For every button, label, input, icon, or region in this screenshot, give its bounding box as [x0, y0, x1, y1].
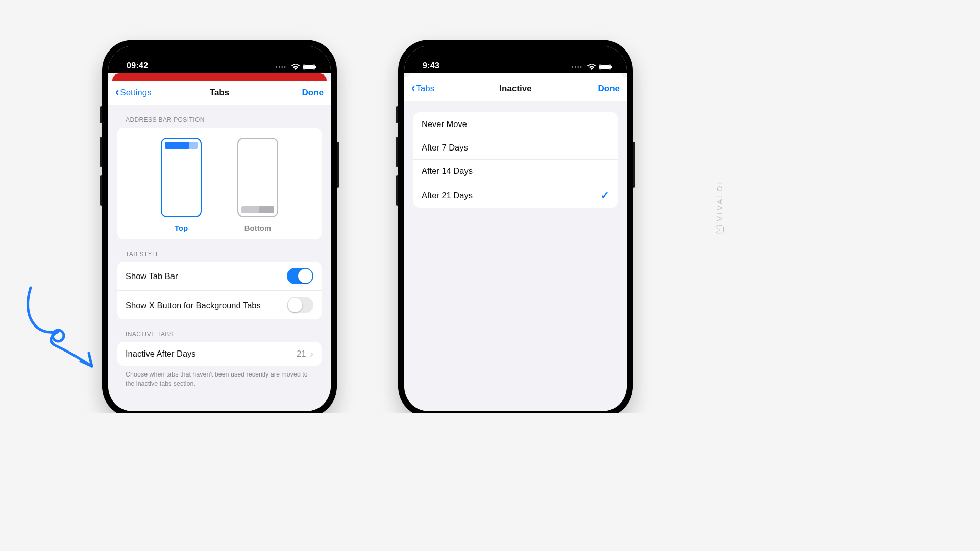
inactive-option-label: After 21 Days — [422, 191, 601, 201]
svg-rect-5 — [600, 65, 610, 69]
wifi-icon — [587, 64, 596, 70]
pointer-arrow-icon — [20, 286, 102, 372]
phone-tabs-settings: 09:42 •••• ‹ Settings Tabs Done ADDRESS … — [102, 40, 337, 413]
checkmark-icon: ✓ — [601, 189, 609, 202]
row-label: Show Tab Bar — [126, 271, 287, 281]
nav-bar: ‹ Tabs Inactive Done — [404, 77, 627, 101]
address-option-bottom[interactable]: Bottom — [237, 138, 278, 232]
cellular-icon: •••• — [572, 64, 583, 70]
inactive-option-label: After 7 Days — [422, 143, 609, 153]
section-header-tabstyle: TAB STYLE — [108, 239, 331, 262]
wifi-icon — [291, 64, 300, 70]
back-button[interactable]: ‹ Tabs — [411, 84, 434, 94]
inactive-option-label: After 14 Days — [422, 166, 609, 176]
row-show-x-button: Show X Button for Background Tabs — [117, 290, 322, 319]
inactive-options-list: Never MoveAfter 7 DaysAfter 14 DaysAfter… — [413, 112, 618, 208]
brand-name: VIVALDI — [716, 180, 724, 221]
inactive-card: Inactive After Days 21 › — [117, 342, 322, 366]
row-show-tab-bar: Show Tab Bar — [117, 262, 322, 290]
address-option-bottom-label: Bottom — [244, 223, 272, 232]
toggle-show-tab-bar[interactable] — [287, 268, 313, 284]
battery-icon — [599, 64, 612, 70]
inactive-option-row[interactable]: Never Move — [413, 112, 618, 136]
section-header-inactive: INACTIVE TABS — [108, 319, 331, 342]
tabstyle-card: Show Tab Bar Show X Button for Backgroun… — [117, 262, 322, 319]
inactive-option-row[interactable]: After 7 Days — [413, 136, 618, 159]
status-bar: 9:43 •••• — [404, 46, 627, 73]
inactive-option-row[interactable]: After 21 Days✓ — [413, 183, 618, 208]
chevron-left-icon: ‹ — [115, 87, 119, 98]
row-detail-value: 21 — [297, 349, 306, 359]
inactive-option-label: Never Move — [422, 119, 609, 129]
address-preview-bottom-icon — [237, 138, 278, 217]
battery-icon — [303, 64, 316, 70]
chevron-right-icon: › — [310, 348, 313, 360]
status-time: 9:43 — [423, 61, 439, 70]
section-footer-inactive: Choose when tabs that haven't been used … — [108, 366, 331, 388]
svg-rect-2 — [304, 65, 314, 69]
inactive-option-row[interactable]: After 14 Days — [413, 159, 618, 183]
status-bar: 09:42 •••• — [108, 46, 331, 73]
toggle-show-x-button[interactable] — [287, 297, 313, 313]
svg-rect-3 — [315, 66, 316, 68]
row-label: Show X Button for Background Tabs — [126, 300, 287, 310]
done-button[interactable]: Done — [302, 88, 324, 98]
background-app-strip — [112, 73, 327, 81]
row-label: Inactive After Days — [126, 349, 297, 359]
vivaldi-logo-icon: ▷ — [716, 225, 724, 233]
cellular-icon: •••• — [276, 64, 287, 70]
svg-rect-6 — [611, 66, 612, 68]
phone-inactive-settings: 9:43 •••• ‹ Tabs Inactive Done — [398, 40, 633, 413]
back-label: Tabs — [416, 84, 434, 94]
page-title: Inactive — [404, 84, 627, 94]
row-inactive-after-days[interactable]: Inactive After Days 21 › — [117, 342, 322, 366]
back-button[interactable]: ‹ Settings — [115, 88, 152, 98]
address-option-top[interactable]: Top — [161, 138, 202, 232]
chevron-left-icon: ‹ — [411, 83, 415, 94]
done-button[interactable]: Done — [598, 84, 620, 94]
status-time: 09:42 — [127, 61, 148, 70]
brand-watermark: ▷ VIVALDI — [716, 180, 724, 234]
address-option-top-label: Top — [175, 223, 188, 232]
nav-bar: ‹ Settings Tabs Done — [108, 81, 331, 105]
address-position-card: Top Bottom — [117, 128, 322, 239]
back-label: Settings — [120, 88, 151, 98]
address-preview-top-icon — [161, 138, 202, 217]
section-header-address: ADDRESS BAR POSITION — [108, 105, 331, 128]
